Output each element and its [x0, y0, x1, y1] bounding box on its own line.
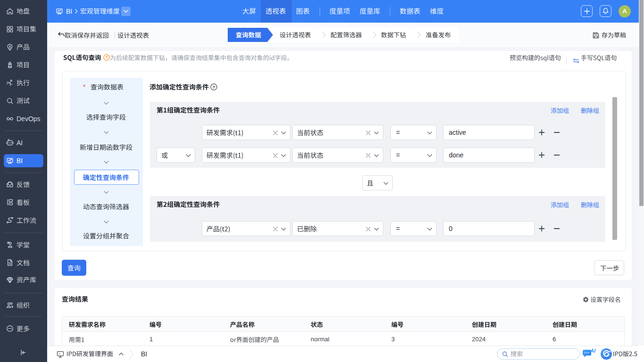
svg-text:?: ?: [105, 55, 108, 60]
svg-text:?: ?: [212, 84, 215, 90]
